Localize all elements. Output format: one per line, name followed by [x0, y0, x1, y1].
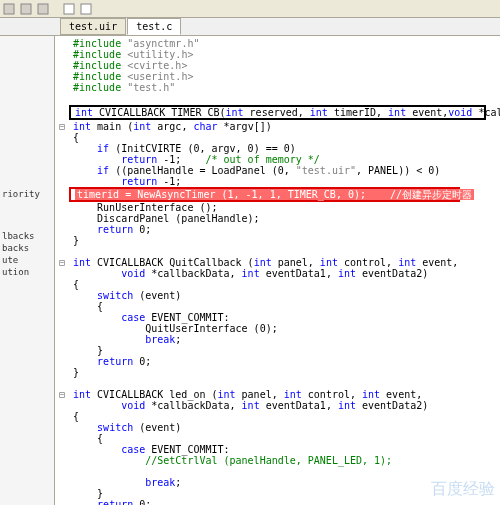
sidebar: riority lbacks backs ute ution: [0, 36, 55, 505]
highlight-red: timerid = NewAsyncTimer (1, -1, 1, TIMER…: [69, 187, 460, 202]
tool-icon[interactable]: [79, 2, 93, 16]
code-editor[interactable]: #include "asynctmr.h" #include <utility.…: [55, 36, 500, 505]
watermark: 百度经验: [431, 479, 495, 500]
tool-icon[interactable]: [62, 2, 76, 16]
sidebar-item[interactable]: riority: [2, 188, 52, 200]
sidebar-item[interactable]: ution: [2, 266, 52, 278]
tab-uir[interactable]: test.uir: [60, 18, 126, 35]
svg-rect-0: [4, 4, 14, 14]
svg-rect-3: [64, 4, 74, 14]
toolbar: [0, 0, 500, 18]
svg-rect-2: [38, 4, 48, 14]
tool-icon[interactable]: [36, 2, 50, 16]
tool-icon[interactable]: [19, 2, 33, 16]
tab-c[interactable]: test.c: [127, 18, 181, 35]
tool-icon[interactable]: [2, 2, 16, 16]
sidebar-item[interactable]: ute: [2, 254, 52, 266]
sidebar-item[interactable]: backs: [2, 242, 52, 254]
sidebar-item[interactable]: lbacks: [2, 230, 52, 242]
highlight-black: int CVICALLBACK TIMER_CB(int reserved, i…: [69, 105, 486, 120]
tab-bar: test.uir test.c: [0, 18, 500, 36]
svg-rect-1: [21, 4, 31, 14]
svg-rect-4: [81, 4, 91, 14]
